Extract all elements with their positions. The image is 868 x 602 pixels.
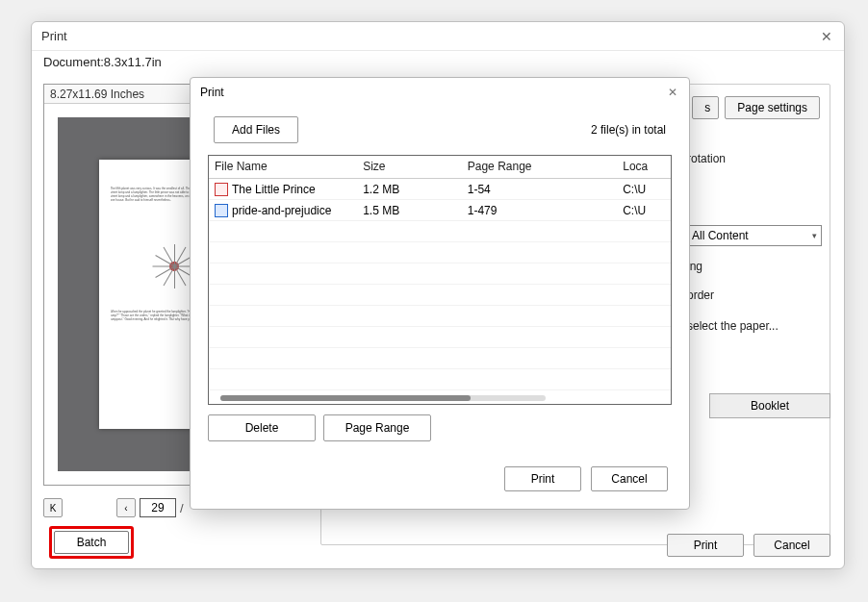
table-empty-row	[209, 348, 671, 369]
batch-titlebar: Print ✕	[191, 78, 689, 107]
prev-page-button[interactable]: ‹	[116, 498, 136, 517]
table-empty-row	[209, 306, 671, 327]
page-settings-button[interactable]: Page settings	[725, 96, 820, 119]
file-icon	[215, 183, 228, 196]
file-icon	[215, 204, 228, 217]
cancel-button[interactable]: Cancel	[753, 534, 830, 557]
table-empty-row	[209, 242, 671, 263]
table-empty-row	[209, 369, 671, 390]
page-range-button[interactable]: Page Range	[323, 414, 431, 441]
table-empty-row	[209, 327, 671, 348]
col-location[interactable]: Loca	[617, 156, 671, 178]
file-location: C:\U	[617, 200, 671, 221]
col-size[interactable]: Size	[357, 156, 462, 178]
batch-actions-row: Delete Page Range	[191, 405, 689, 441]
unknown-s-button[interactable]: s	[692, 96, 719, 119]
file-name: The Little Prince	[232, 183, 316, 196]
batch-footer: Print Cancel	[504, 466, 668, 491]
dialog-title: Print	[41, 29, 67, 43]
rotation-label-fragment: rotation	[687, 152, 726, 165]
table-empty-row	[209, 285, 671, 306]
add-files-button[interactable]: Add Files	[214, 116, 298, 143]
file-location: C:\U	[617, 179, 671, 200]
batch-button[interactable]: Batch	[54, 531, 129, 554]
batch-top-row: Add Files 2 file(s) in total	[191, 107, 689, 147]
batch-print-dialog: Print ✕ Add Files 2 file(s) in total Fil…	[190, 77, 690, 510]
file-table: File Name Size Page Range Loca The Littl…	[208, 155, 672, 405]
delete-button[interactable]: Delete	[208, 414, 316, 441]
content-select-value: All Content	[692, 229, 749, 242]
close-icon[interactable]: ✕	[817, 27, 836, 46]
table-row[interactable]: The Little Prince1.2 MB1-54C:\U	[209, 179, 671, 200]
col-filename[interactable]: File Name	[209, 156, 357, 178]
label-fragment-paper: select the paper...	[687, 319, 779, 333]
table-empty-row	[209, 263, 671, 285]
titlebar: Print ✕	[32, 22, 844, 51]
table-empty-row	[209, 221, 671, 242]
page-separator: /	[180, 501, 184, 515]
page-number-input[interactable]	[140, 498, 176, 517]
table-body: The Little Prince1.2 MB1-54C:\Upride-and…	[209, 179, 671, 390]
table-row[interactable]: pride-and-prejudice1.5 MB1-479C:\U	[209, 200, 671, 221]
scrollbar-thumb[interactable]	[220, 395, 471, 401]
file-range: 1-54	[462, 179, 617, 200]
chevron-down-icon: ▾	[812, 231, 817, 240]
content-select[interactable]: All Content ▾	[685, 225, 822, 246]
dialog-footer: Print Cancel	[667, 534, 830, 557]
batch-highlight: Batch	[49, 526, 134, 559]
file-size: 1.5 MB	[357, 200, 462, 221]
horizontal-scrollbar[interactable]	[220, 395, 546, 401]
col-range[interactable]: Page Range	[462, 156, 617, 178]
print-button[interactable]: Print	[667, 534, 744, 557]
table-header: File Name Size Page Range Loca	[209, 156, 671, 179]
batch-cancel-button[interactable]: Cancel	[591, 466, 668, 491]
first-page-button[interactable]: K	[43, 498, 63, 517]
file-count-label: 2 file(s) in total	[591, 123, 666, 137]
file-range: 1-479	[462, 200, 617, 221]
file-name: pride-and-prejudice	[232, 204, 331, 217]
batch-print-button[interactable]: Print	[504, 466, 581, 491]
batch-dialog-title: Print	[200, 86, 224, 99]
booklet-button[interactable]: Booklet	[709, 393, 830, 418]
file-size: 1.2 MB	[357, 179, 462, 200]
document-size-label: Document:8.3x11.7in	[32, 51, 844, 69]
label-fragment-order: order	[687, 288, 714, 302]
close-icon[interactable]: ✕	[664, 84, 681, 101]
